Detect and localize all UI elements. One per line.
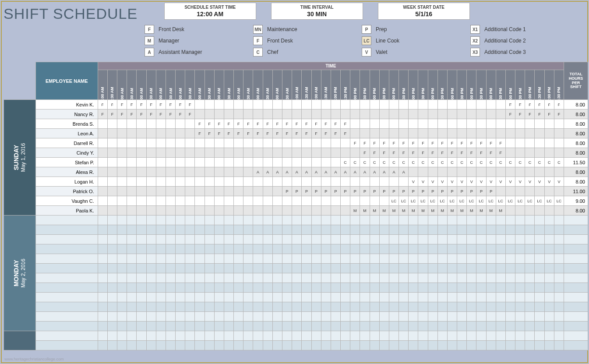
shift-cell[interactable]: A [389,167,399,177]
shift-cell[interactable] [554,331,564,341]
shift-cell[interactable] [137,254,146,264]
shift-cell[interactable] [379,293,389,302]
shift-cell[interactable] [195,244,205,254]
shift-cell[interactable] [486,110,496,119]
shift-cell[interactable] [535,138,544,148]
shift-cell[interactable]: F [447,138,457,148]
shift-cell[interactable] [554,283,564,293]
shift-cell[interactable] [544,148,554,158]
shift-cell[interactable] [311,293,321,302]
shift-cell[interactable] [156,119,166,129]
shift-cell[interactable] [505,235,515,244]
shift-cell[interactable] [137,283,146,293]
shift-cell[interactable] [224,273,233,283]
shift-cell[interactable] [302,293,311,302]
shift-cell[interactable] [370,302,379,312]
shift-cell[interactable] [272,322,282,331]
shift-cell[interactable] [195,331,205,341]
shift-cell[interactable] [243,177,253,187]
shift-cell[interactable]: V [486,177,496,187]
shift-cell[interactable] [311,110,321,119]
shift-cell[interactable] [253,341,263,350]
shift-cell[interactable] [525,283,535,293]
shift-cell[interactable]: C [535,158,544,167]
shift-cell[interactable] [331,235,340,244]
shift-cell[interactable] [302,254,311,264]
shift-cell[interactable] [457,312,467,322]
shift-cell[interactable] [185,254,195,264]
shift-cell[interactable] [234,283,243,293]
shift-cell[interactable] [311,283,321,293]
employee-name[interactable] [35,225,98,235]
shift-cell[interactable] [544,216,554,225]
shift-cell[interactable] [243,225,253,235]
shift-cell[interactable] [205,264,214,273]
shift-cell[interactable] [505,273,515,283]
shift-cell[interactable] [535,283,544,293]
shift-cell[interactable] [146,225,156,235]
shift-cell[interactable] [437,322,447,331]
shift-cell[interactable] [263,148,272,158]
shift-cell[interactable]: LC [447,196,457,206]
shift-cell[interactable] [185,187,195,196]
shift-cell[interactable] [117,264,127,273]
employee-name[interactable]: Cindy Y. [35,148,98,158]
shift-cell[interactable] [117,206,127,216]
shift-cell[interactable] [166,312,175,322]
shift-cell[interactable] [476,322,486,331]
shift-cell[interactable] [321,264,331,273]
shift-cell[interactable] [554,244,564,254]
shift-cell[interactable] [272,244,282,254]
shift-cell[interactable] [409,322,418,331]
shift-cell[interactable] [457,225,467,235]
shift-cell[interactable] [176,244,185,254]
shift-cell[interactable] [370,273,379,283]
shift-cell[interactable] [272,177,282,187]
shift-cell[interactable] [379,196,389,206]
shift-cell[interactable] [156,302,166,312]
shift-cell[interactable] [341,312,350,322]
shift-cell[interactable]: LC [457,196,467,206]
shift-cell[interactable] [467,341,476,350]
shift-cell[interactable] [272,302,282,312]
shift-cell[interactable] [331,302,340,312]
shift-cell[interactable] [370,110,379,119]
shift-cell[interactable] [156,264,166,273]
shift-cell[interactable] [146,167,156,177]
shift-cell[interactable] [282,331,292,341]
shift-cell[interactable] [176,119,185,129]
shift-cell[interactable] [263,244,272,254]
shift-cell[interactable]: F [544,110,554,119]
shift-cell[interactable] [253,196,263,206]
shift-cell[interactable] [156,283,166,293]
shift-cell[interactable] [156,216,166,225]
shift-cell[interactable] [253,283,263,293]
shift-cell[interactable] [98,331,107,341]
shift-cell[interactable] [117,341,127,350]
shift-cell[interactable]: F [418,148,428,158]
shift-cell[interactable] [418,244,428,254]
shift-cell[interactable] [486,283,496,293]
shift-cell[interactable] [515,273,525,283]
shift-cell[interactable] [214,235,224,244]
shift-cell[interactable] [117,167,127,177]
shift-cell[interactable] [243,148,253,158]
shift-cell[interactable] [253,322,263,331]
shift-cell[interactable] [156,312,166,322]
shift-cell[interactable]: P [399,187,409,196]
shift-cell[interactable] [127,206,137,216]
shift-cell[interactable] [447,216,457,225]
shift-cell[interactable] [447,225,457,235]
shift-cell[interactable] [418,119,428,129]
employee-name[interactable] [35,254,98,264]
shift-cell[interactable] [253,331,263,341]
shift-cell[interactable] [525,244,535,254]
shift-cell[interactable] [302,206,311,216]
shift-cell[interactable] [535,235,544,244]
shift-cell[interactable]: F [350,138,360,148]
shift-cell[interactable]: C [389,158,399,167]
shift-cell[interactable] [350,322,360,331]
shift-cell[interactable] [243,196,253,206]
shift-cell[interactable] [350,254,360,264]
shift-cell[interactable] [195,138,205,148]
